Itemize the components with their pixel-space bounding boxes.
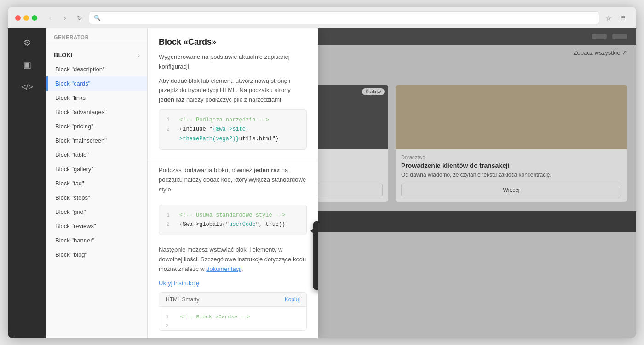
html-block-title: HTML Smarty	[166, 296, 200, 303]
step2-bold: jeden raz	[254, 167, 280, 173]
card-1-badge: Kraków	[362, 88, 385, 95]
block-item-table[interactable]: Block "table"	[46, 148, 147, 162]
chevron-right-icon: ›	[138, 52, 140, 58]
search-icon: 🔍	[94, 15, 101, 21]
step2-pre: Podczas dodawania bloku, również	[159, 167, 254, 173]
close-button[interactable]	[15, 15, 21, 21]
code-comment-1: <!-- Podłącza narzędzia -->	[179, 115, 269, 125]
modal-step1: Aby dodać blok lub element, utwórz nową …	[159, 76, 307, 105]
browser-chrome: ‹ › ↻ 🔍 ☆ ≡	[8, 7, 636, 28]
back-button[interactable]: ‹	[45, 12, 56, 23]
top-bar-btn-2	[612, 34, 627, 39]
modal-title: Block «Cards»	[159, 37, 307, 47]
copy-button[interactable]: Kopiuj	[285, 296, 300, 303]
block-item-advantages[interactable]: Block "advantages"	[46, 105, 147, 119]
code-block-1: 1 <!-- Podłącza narzędzia --> 2 {include…	[159, 109, 307, 150]
block-item-grid[interactable]: Block "grid"	[46, 205, 147, 219]
modal-panel: Block «Cards» Wygenerowane na podstawie …	[148, 28, 318, 338]
block-item-description[interactable]: Block "description"	[46, 62, 147, 76]
modal-step2: Podczas dodawania bloku, również jeden r…	[148, 166, 318, 194]
block-item-steps[interactable]: Block "steps"	[46, 190, 147, 205]
modal-step1-pre: Aby dodać blok lub element, utwórz nową …	[159, 77, 291, 94]
modal-step3: Następnie możesz wstawiać bloki i elemen…	[148, 245, 318, 274]
card-2-title: Prowadzenie klientów do transakcji	[401, 162, 621, 169]
card-2: Doradztwo Prowadzenie klientów do transa…	[396, 85, 627, 202]
section-title: BLOKI	[54, 52, 72, 58]
sidebar-code-icon[interactable]: </>	[18, 78, 36, 96]
card-2-image	[396, 85, 627, 149]
ln-1: 1	[166, 312, 175, 322]
block-item-pricing[interactable]: Block "pricing"	[46, 119, 147, 133]
minimize-button[interactable]	[23, 15, 29, 21]
maximize-button[interactable]	[32, 15, 37, 21]
block-list-panel: GENERATOR BLOKI › Block "description" Bl…	[46, 28, 148, 338]
block-item-cards[interactable]: Block "cards"	[46, 76, 147, 91]
block-item-reviews[interactable]: Block "reviews"	[46, 219, 147, 233]
code-line-2: 2 {include "{$wa->site->themePath(vega2)…	[167, 125, 299, 144]
documentation-link[interactable]: dokumentacji	[206, 265, 242, 272]
ln-3: 3	[166, 330, 175, 331]
block-item-gallery[interactable]: Block "gallery"	[46, 162, 147, 176]
browser-window: ‹ › ↻ 🔍 ☆ ≡ ⚙ ▣ </> GENERATOR BLOKI ›	[8, 7, 636, 338]
code-line-1: 1 <!-- Podłącza narzędzia -->	[167, 115, 299, 125]
panel-header: GENERATOR	[46, 28, 147, 44]
block-section-header[interactable]: BLOKI ›	[46, 48, 147, 62]
modal-step1-bold: jeden raz	[159, 96, 184, 103]
modal-intro: Wygenerowane na podstawie aktualnie zapi…	[159, 52, 307, 72]
top-bar-btn-1	[592, 34, 607, 39]
code-1: <!-- Block «Cards» -->	[180, 312, 250, 322]
card-2-category: Doradztwo	[401, 155, 621, 160]
html-line-2: 2	[166, 321, 300, 330]
code-var-2: userCode	[229, 221, 256, 228]
code-include-2: {$wa->globals("userCode", true)}	[179, 220, 285, 229]
step3-cont: .	[242, 265, 243, 272]
hide-instructions-link[interactable]: Ukryj instrukcję	[148, 280, 318, 287]
html-code-block: HTML Smarty Kopiuj 1 <!-- Block «Cards» …	[159, 292, 307, 331]
ln-2: 2	[166, 321, 175, 330]
code-2	[180, 321, 184, 330]
code-line-4: 2 {$wa->globals("userCode", true)}	[167, 220, 299, 229]
code-block-2: 1 <!-- Usuwa standardowe style --> 2 {$w…	[159, 205, 307, 236]
modal-overlay: Zobacz wszystkie ↗ czego naprawdę Kraków…	[148, 28, 636, 338]
line-num-1: 1	[167, 115, 174, 125]
block-item-faq[interactable]: Block "faq"	[46, 176, 147, 190]
code-line-3: 1 <!-- Usuwa standardowe style -->	[167, 211, 299, 220]
html-line-3: 3 {$props = [	[166, 330, 300, 331]
code-comment-2: <!-- Usuwa standardowe style -->	[179, 211, 285, 220]
traffic-lights	[15, 15, 37, 21]
tooltip-box: When set to true, it removes the top mar…	[313, 221, 318, 290]
browser-controls: ‹ › ↻ 🔍 ☆ ≡	[15, 12, 629, 24]
block-item-banner[interactable]: Block "banner"	[46, 233, 147, 247]
see-all-link[interactable]: Zobacz wszystkie ↗	[574, 49, 627, 56]
sidebar-settings-icon[interactable]: ⚙	[18, 34, 36, 52]
refresh-button[interactable]: ↻	[74, 12, 85, 23]
sidebar: ⚙ ▣ </>	[8, 28, 46, 338]
code-var-1: {$wa->site->themePath(vega2)}	[179, 126, 249, 142]
html-line-1: 1 <!-- Block «Cards» -->	[166, 312, 300, 322]
block-item-links[interactable]: Block "links"	[46, 91, 147, 105]
block-item-blog[interactable]: Block "blog"	[46, 247, 147, 262]
modal-step1-cont: należy podłączyć plik z narzędziami.	[184, 96, 282, 103]
code-3: {$props = [	[180, 330, 215, 331]
code-include-1: {include "{$wa->site->themePath(vega2)}u…	[179, 125, 299, 144]
card-2-body: Doradztwo Prowadzenie klientów do transa…	[396, 149, 627, 202]
sidebar-pages-icon[interactable]: ▣	[18, 56, 36, 74]
block-item-mainscreen[interactable]: Block "mainscreen"	[46, 133, 147, 148]
modal-header: Block «Cards» Wygenerowane na podstawie …	[148, 28, 318, 160]
menu-button[interactable]: ≡	[618, 12, 629, 23]
html-code-content: 1 <!-- Block «Cards» --> 2 3 {$props = [	[159, 307, 306, 331]
browser-body: ⚙ ▣ </> GENERATOR BLOKI › Block "descrip…	[8, 28, 636, 338]
card-2-btn[interactable]: Więcej	[401, 184, 621, 196]
address-bar[interactable]: 🔍	[89, 12, 599, 24]
card-2-text: Od dawna wiadomo, że czytanie tekstu zak…	[401, 171, 621, 179]
bookmark-button[interactable]: ☆	[603, 12, 614, 23]
html-block-header: HTML Smarty Kopiuj	[159, 293, 306, 307]
line-num-2: 2	[167, 125, 174, 144]
modal-section-code2: 1 <!-- Usuwa standardowe style --> 2 {$w…	[148, 200, 318, 240]
line-num-3: 1	[167, 211, 174, 220]
forward-button[interactable]: ›	[59, 12, 70, 23]
block-section: BLOKI › Block "description" Block "cards…	[46, 44, 147, 265]
line-num-4: 2	[167, 220, 174, 229]
